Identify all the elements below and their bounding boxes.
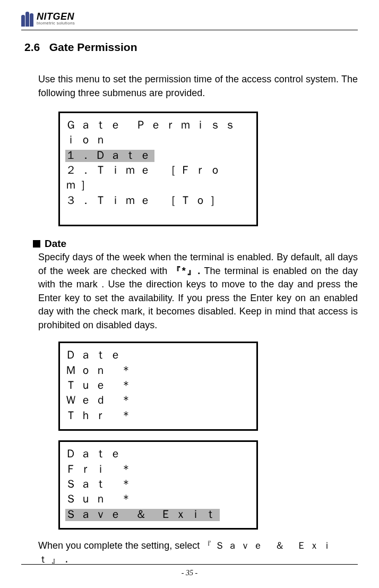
lcd-line: Ｔｕｅ ＊ [65, 379, 252, 394]
closing-text: When you complete the setting, select 『Ｓ… [38, 539, 358, 567]
subhead-text: Date [45, 238, 66, 250]
brand-header: NITGEN biometric solutions [21, 11, 358, 27]
header-rule [21, 30, 358, 30]
lcd-line: Ｗｅｄ ＊ [65, 394, 252, 408]
lcd-screen-date1: Ｄａｔｅ Ｍｏｎ ＊ Ｔｕｅ ＊ Ｗｅｄ ＊ Ｔｈｒ ＊ [58, 342, 258, 431]
section-title: Gate Permission [49, 41, 137, 53]
lcd-line: ２．Ｔｉｍｅ ［Ｆｒｏｍ］ [65, 164, 252, 194]
logo-icon [21, 11, 33, 27]
closing-a: When you complete the setting, select [38, 540, 202, 551]
section-heading: 2.6 Gate Permission [24, 41, 358, 54]
lcd-line: Ｇａｔｅ Ｐｅｒｍｉｓｓｉｏｎ [65, 118, 252, 149]
lcd-highlight: Ｓａｖｅ ＆ Ｅｘｉｔ [65, 509, 220, 521]
date-subheading: Date [33, 238, 358, 250]
brand-name: NITGEN [37, 12, 75, 21]
section-number: 2.6 [24, 41, 40, 53]
page-number: - 35 - [182, 569, 197, 577]
lcd-line: Ｓｕｎ ＊ [65, 492, 252, 507]
lcd-highlight: １．Ｄａｔｅ [65, 150, 154, 162]
lcd-screen-menu: Ｇａｔｅ Ｐｅｒｍｉｓｓｉｏｎ １．Ｄａｔｅ ２．Ｔｉｍｅ ［Ｆｒｏｍ］ ３．Ｔ… [58, 112, 258, 226]
lcd-line: Ｔｈｒ ＊ [65, 409, 252, 424]
lcd-screen-date2: Ｄａｔｅ Ｆｒｉ ＊ Ｓａｔ ＊ Ｓｕｎ ＊ Ｓａｖｅ ＆ Ｅｘｉｔ [58, 440, 258, 530]
square-bullet-icon [33, 240, 40, 248]
lcd-line: Ｆｒｉ ＊ [65, 463, 252, 478]
lcd-line: Ｄａｔｅ [65, 348, 252, 363]
lcd-line: １．Ｄａｔｅ [65, 149, 252, 164]
lcd-line: ３．Ｔｉｍｅ ［Ｔｏ］ [65, 194, 252, 209]
lcd-line: Ｍｏｎ ＊ [65, 364, 252, 379]
lcd-line: Ｓａｔ ＊ [65, 478, 252, 492]
brand-text: NITGEN biometric solutions [37, 12, 75, 25]
lcd-line: Ｓａｖｅ ＆ Ｅｘｉｔ [65, 508, 252, 523]
star-mark: 『*』. [171, 266, 201, 276]
intro-text: Use this menu to set the permission time… [38, 73, 358, 100]
footer: - 35 - [0, 564, 379, 577]
footer-rule [21, 564, 358, 565]
brand-tagline: biometric solutions [37, 21, 75, 25]
date-paragraph: Specify days of the week when the termin… [38, 251, 358, 332]
lcd-line: Ｄａｔｅ [65, 447, 252, 462]
